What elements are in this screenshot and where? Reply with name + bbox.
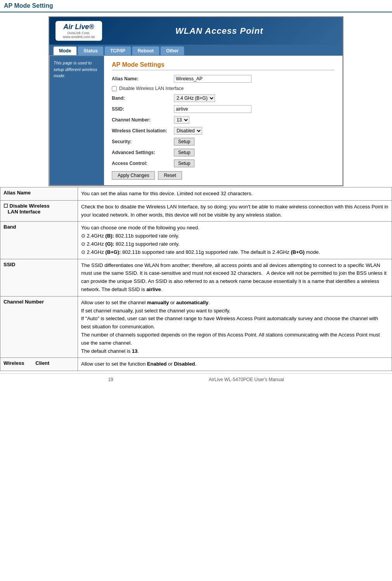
row-content-band: You can choose one mode of the following… (78, 222, 392, 259)
advanced-setup-button[interactable]: Setup (174, 149, 194, 156)
ssid-control (174, 105, 335, 113)
isolation-select[interactable]: Disabled Enabled (174, 127, 202, 135)
band-content-4: ⊙ 2.4GHz (B+G): 802.11b supported rate a… (81, 249, 320, 255)
wireless-label: Wireless (3, 360, 24, 366)
row-content-ssid: The SSID differentiates one WLAN from an… (78, 259, 392, 296)
footer-page-number: 19 (108, 377, 113, 382)
band-content-2: ⊙ 2.4GHz (B): 802.11b supported rate onl… (81, 233, 179, 239)
row-label-ssid: SSID (0, 259, 78, 296)
channel-select[interactable]: 13 (174, 116, 189, 124)
ovislink-website: www.ovislink.com.tw (63, 35, 95, 39)
security-label: Security: (112, 139, 174, 144)
airlive-logo-text: Air Live® (63, 23, 94, 31)
access-control-control: Setup (174, 160, 335, 167)
security-setup-button[interactable]: Setup (174, 138, 194, 146)
table-row: ☐ Disable Wireless LAN Interface Check t… (0, 200, 392, 222)
reset-button[interactable]: Reset (158, 171, 182, 180)
ssid-label: SSID: (112, 106, 174, 112)
router-header: Air Live® OvisLink Corp. www.ovislink.co… (49, 17, 343, 45)
router-logo: Air Live® OvisLink Corp. www.ovislink.co… (56, 21, 102, 41)
row-content-wireless-client: Allow user to set the function Enabled o… (78, 358, 392, 371)
band-select[interactable]: 2.4 GHz (B+G) 2.4 GHz (B) 2.4 GHz (G) (174, 94, 215, 102)
alias-name-row: Alias Name: (112, 75, 335, 83)
info-table: Alias Name You can set the alias name fo… (0, 187, 392, 371)
page-title: AP Mode Setting (0, 0, 392, 12)
row-content-alias: You can set the alias name for this devi… (78, 187, 392, 201)
footer-manual-title: AirLive WL-5470POE User's Manual (209, 377, 284, 382)
alias-name-label: Alias Name: (112, 76, 174, 82)
row-content-disable: Check the box to disable the Wireless LA… (78, 200, 392, 222)
sidebar-text: This page is used to setup different wir… (54, 60, 100, 79)
table-row: SSID The SSID differentiates one WLAN fr… (0, 259, 392, 296)
channel-row: Channel Number: 13 (112, 116, 335, 124)
tab-other[interactable]: Other (160, 46, 184, 55)
alias-name-control (174, 75, 335, 83)
row-label-disable: ☐ Disable Wireless LAN Interface (0, 200, 78, 222)
advanced-label: Advanced Settings: (112, 150, 174, 155)
ssid-row: SSID: (112, 105, 335, 113)
router-content: This page is used to setup different wir… (49, 55, 343, 186)
isolation-control: Disabled Enabled (174, 127, 335, 135)
alias-name-input[interactable] (174, 75, 252, 83)
tab-status[interactable]: Status (78, 46, 104, 55)
nav-tabs: Mode Status TCP/IP Reboot Other (49, 45, 343, 55)
disable-wireless-label: Disable Wireless LAN Interface (119, 86, 184, 91)
disable-label-line2: LAN Interface (3, 209, 40, 215)
band-label: Band: (112, 95, 174, 101)
security-control: Setup (174, 138, 335, 146)
table-row: Wireless Client Allow user to set the fu… (0, 358, 392, 371)
tab-mode[interactable]: Mode (53, 46, 77, 55)
row-label-alias: Alias Name (0, 187, 78, 201)
access-control-setup-button[interactable]: Setup (174, 160, 194, 167)
router-main-title-area: WLAN Access Point (102, 26, 336, 36)
main-panel: AP Mode Settings Alias Name: Disable Wir… (104, 56, 342, 185)
table-row: Channel Number Allow user to set the cha… (0, 296, 392, 358)
client-label: Client (35, 360, 49, 366)
isolation-row: Wireless Client Isolation: Disabled Enab… (112, 127, 335, 135)
row-content-channel: Allow user to set the channel manually o… (78, 296, 392, 358)
band-content-1: You can choose one mode of the following… (81, 225, 199, 231)
disable-wireless-row: Disable Wireless LAN Interface (112, 86, 335, 91)
ssid-input[interactable] (174, 105, 252, 113)
channel-label: Channel Number: (112, 117, 174, 123)
row-label-channel: Channel Number (0, 296, 78, 358)
access-control-label: Access Control: (112, 161, 174, 166)
disable-wireless-checkbox[interactable] (112, 86, 117, 91)
action-buttons: Apply Changes Reset (112, 171, 335, 180)
page-footer: 19 AirLive WL-5470POE User's Manual (0, 373, 392, 385)
band-content-3: ⊙ 2.4GHz (G): 802.11g supported rate onl… (81, 241, 180, 247)
access-control-row: Access Control: Setup (112, 160, 335, 167)
row-label-wireless-client: Wireless Client (0, 358, 78, 371)
panel-title: AP Mode Settings (112, 61, 335, 70)
tab-reboot[interactable]: Reboot (132, 46, 160, 55)
disable-label-line1: ☐ Disable Wireless (3, 203, 50, 209)
band-control: 2.4 GHz (B+G) 2.4 GHz (B) 2.4 GHz (G) (174, 94, 335, 102)
security-row: Security: Setup (112, 138, 335, 146)
advanced-row: Advanced Settings: Setup (112, 149, 335, 156)
tab-tcpip[interactable]: TCP/IP (104, 46, 131, 55)
apply-changes-button[interactable]: Apply Changes (112, 171, 155, 180)
ovislink-brand: OvisLink Corp. (67, 31, 90, 35)
router-main-title: WLAN Access Point (102, 26, 336, 36)
channel-control: 13 (174, 116, 335, 124)
row-label-band: Band (0, 222, 78, 259)
advanced-control: Setup (174, 149, 335, 156)
isolation-label: Wireless Client Isolation: (112, 128, 174, 134)
router-ui-screenshot: Air Live® OvisLink Corp. www.ovislink.co… (49, 16, 343, 186)
sidebar: This page is used to setup different wir… (50, 56, 104, 185)
table-row: Alias Name You can set the alias name fo… (0, 187, 392, 201)
table-row: Band You can choose one mode of the foll… (0, 222, 392, 259)
band-row: Band: 2.4 GHz (B+G) 2.4 GHz (B) 2.4 GHz … (112, 94, 335, 102)
